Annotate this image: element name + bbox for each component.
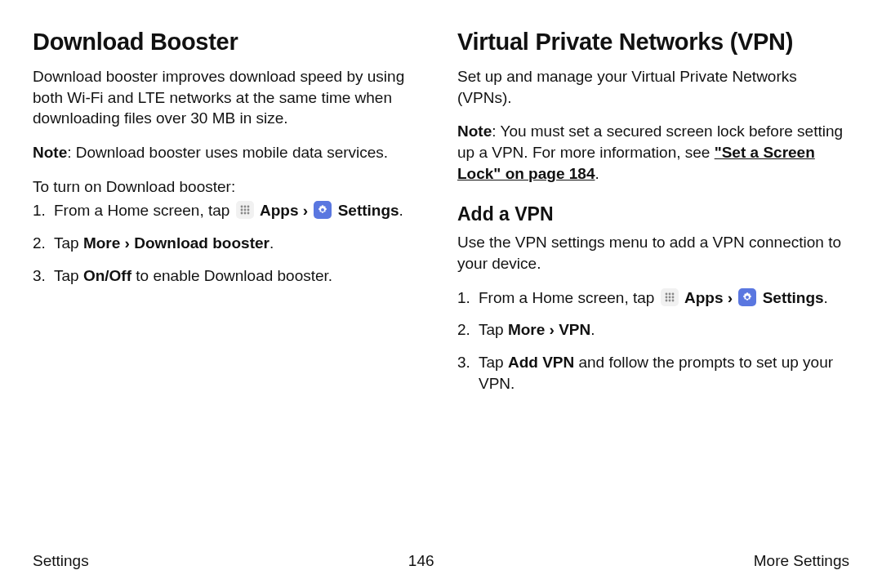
text-fragment: to enable Download booster. bbox=[131, 267, 332, 284]
gt-separator: › bbox=[728, 289, 737, 306]
svg-point-4 bbox=[243, 209, 246, 212]
settings-label: Settings bbox=[763, 289, 824, 306]
svg-point-13 bbox=[665, 296, 667, 298]
svg-point-1 bbox=[243, 206, 246, 208]
step-number: 2. bbox=[457, 319, 479, 341]
step-text: Tap On/Off to enable Download booster. bbox=[54, 265, 425, 287]
svg-point-8 bbox=[247, 212, 249, 215]
step-number: 3. bbox=[457, 352, 479, 373]
step-text: Tap More › Download booster. bbox=[54, 233, 425, 254]
svg-point-16 bbox=[665, 299, 667, 301]
step-number: 3. bbox=[33, 265, 54, 287]
list-item: 3. Tap On/Off to enable Download booster… bbox=[33, 265, 425, 287]
list-item: 2. Tap More › Download booster. bbox=[33, 233, 425, 254]
text-fragment: From a Home screen, tap bbox=[479, 289, 659, 306]
svg-point-12 bbox=[671, 292, 674, 295]
list-item: 3. Tap Add VPN and follow the prompts to… bbox=[457, 352, 849, 394]
svg-point-19 bbox=[746, 296, 749, 299]
heading-download-booster: Download Booster bbox=[33, 26, 425, 58]
note-text-end: . bbox=[595, 165, 599, 182]
note-paragraph: Note: Download booster uses mobile data … bbox=[33, 142, 425, 163]
svg-point-2 bbox=[247, 206, 249, 208]
svg-point-15 bbox=[671, 296, 674, 298]
bold-path: On/Off bbox=[83, 267, 131, 284]
intro-paragraph: Set up and manage your Virtual Private N… bbox=[457, 66, 849, 108]
apps-label: Apps bbox=[684, 289, 724, 306]
svg-point-18 bbox=[671, 299, 674, 301]
intro-paragraph: Download booster improves download speed… bbox=[33, 66, 425, 129]
note-label: Note bbox=[457, 122, 492, 140]
gt-separator: › bbox=[303, 202, 313, 219]
bold-path: Add VPN bbox=[508, 354, 574, 371]
svg-point-7 bbox=[243, 212, 246, 215]
procedure-list: 1. From a Home screen, tap Apps › Settin… bbox=[457, 287, 849, 394]
svg-point-6 bbox=[240, 212, 243, 215]
step-text: Tap More › VPN. bbox=[479, 319, 849, 341]
step-text: From a Home screen, tap Apps › Settings. bbox=[54, 200, 425, 221]
svg-point-11 bbox=[668, 292, 670, 295]
step-text: From a Home screen, tap Apps › Settings. bbox=[479, 287, 849, 309]
text-fragment: . bbox=[590, 321, 595, 338]
note-paragraph: Note: You must set a secured screen lock… bbox=[457, 121, 849, 184]
heading-vpn: Virtual Private Networks (VPN) bbox=[457, 26, 849, 58]
footer-right: More Settings bbox=[754, 552, 849, 570]
manual-page: Download Booster Download booster improv… bbox=[0, 0, 882, 588]
list-item: 1. From a Home screen, tap Apps › Settin… bbox=[457, 287, 849, 309]
settings-label: Settings bbox=[338, 202, 399, 219]
text-fragment: . bbox=[824, 289, 828, 306]
note-text: : Download booster uses mobile data serv… bbox=[67, 144, 388, 161]
text-fragment: Tap bbox=[54, 234, 83, 252]
apps-icon bbox=[661, 288, 679, 306]
left-column: Download Booster Download booster improv… bbox=[33, 26, 425, 405]
right-column: Virtual Private Networks (VPN) Set up an… bbox=[457, 26, 849, 405]
step-number: 1. bbox=[457, 287, 479, 309]
step-text: Tap Add VPN and follow the prompts to se… bbox=[479, 352, 849, 394]
sub-intro: Use the VPN settings menu to add a VPN c… bbox=[457, 232, 849, 274]
svg-point-14 bbox=[668, 296, 670, 298]
footer-left: Settings bbox=[33, 552, 89, 570]
text-fragment: . bbox=[399, 202, 403, 219]
text-fragment: Tap bbox=[54, 267, 83, 284]
text-fragment: Tap bbox=[479, 321, 508, 338]
subheading-add-vpn: Add a VPN bbox=[457, 202, 849, 227]
note-label: Note bbox=[33, 144, 67, 161]
list-item: 2. Tap More › VPN. bbox=[457, 319, 849, 341]
procedure-list: 1. From a Home screen, tap Apps › Settin… bbox=[33, 200, 425, 286]
text-fragment: Tap bbox=[479, 354, 508, 371]
apps-icon bbox=[236, 201, 254, 219]
apps-label: Apps bbox=[260, 202, 299, 219]
text-fragment: . bbox=[270, 234, 274, 252]
two-column-layout: Download Booster Download booster improv… bbox=[33, 26, 849, 405]
page-footer: Settings 146 More Settings bbox=[33, 552, 849, 570]
svg-point-10 bbox=[665, 292, 667, 295]
text-fragment: From a Home screen, tap bbox=[54, 202, 234, 219]
settings-icon bbox=[738, 288, 756, 306]
svg-point-3 bbox=[240, 209, 243, 212]
settings-icon bbox=[314, 201, 332, 219]
bold-path: More › VPN bbox=[508, 321, 590, 338]
svg-point-5 bbox=[247, 209, 249, 212]
step-number: 1. bbox=[33, 200, 54, 221]
svg-point-9 bbox=[321, 208, 324, 212]
list-item: 1. From a Home screen, tap Apps › Settin… bbox=[33, 200, 425, 221]
page-number: 146 bbox=[408, 552, 434, 570]
svg-point-17 bbox=[668, 299, 670, 301]
bold-path: More › Download booster bbox=[83, 234, 270, 252]
step-number: 2. bbox=[33, 233, 54, 254]
procedure-lead: To turn on Download booster: bbox=[33, 176, 425, 198]
svg-point-0 bbox=[240, 206, 243, 208]
